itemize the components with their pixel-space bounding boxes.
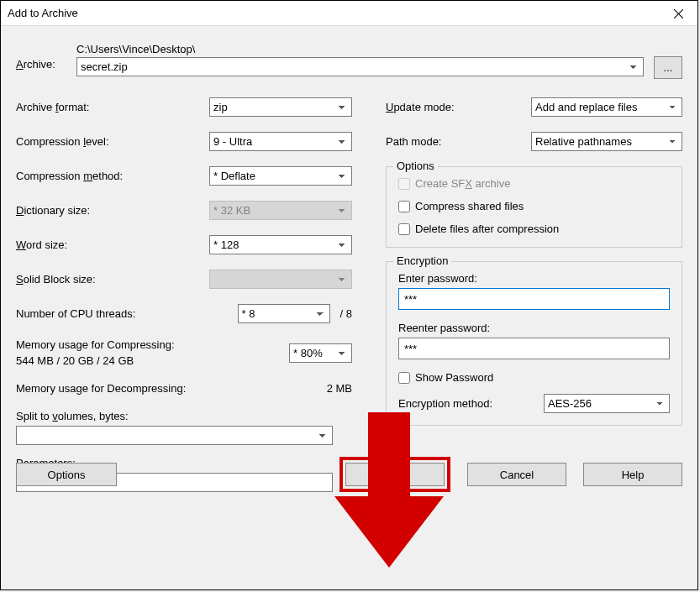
dict-combo: * 32 KB bbox=[209, 201, 352, 220]
threads-total: / 8 bbox=[340, 307, 352, 320]
mem-compress-label: Memory usage for Compressing: bbox=[16, 338, 175, 351]
word-combo[interactable]: * 128 bbox=[209, 235, 352, 254]
method-combo[interactable]: * Deflate bbox=[209, 166, 352, 186]
close-button[interactable] bbox=[660, 1, 697, 26]
cancel-button[interactable]: Cancel bbox=[467, 463, 566, 486]
format-combo[interactable]: zip bbox=[209, 97, 352, 117]
show-password-checkbox[interactable] bbox=[398, 372, 410, 384]
reenter-password-input[interactable] bbox=[398, 338, 670, 359]
delete-checkbox[interactable] bbox=[398, 223, 410, 235]
level-label: Compression level: bbox=[16, 135, 209, 148]
browse-button[interactable]: ... bbox=[654, 56, 682, 79]
solid-label: Solid Block size: bbox=[16, 273, 209, 286]
help-button[interactable]: Help bbox=[583, 463, 682, 486]
format-label: Archive format: bbox=[16, 101, 209, 113]
mem-decompress-label: Memory usage for Decompressing: bbox=[16, 382, 186, 395]
threads-combo[interactable]: * 8 bbox=[238, 304, 330, 323]
update-combo[interactable]: Add and replace files bbox=[531, 97, 682, 117]
split-label: Split to volumes, bytes: bbox=[16, 410, 352, 422]
options-button[interactable]: Options bbox=[16, 463, 117, 486]
close-icon bbox=[674, 9, 683, 18]
ok-button[interactable]: OK bbox=[345, 463, 445, 486]
options-legend: Options bbox=[393, 160, 438, 172]
update-label: Update mode: bbox=[386, 101, 531, 113]
enc-method-label: Encryption method: bbox=[398, 397, 535, 410]
sfx-label: Create SFX archive bbox=[415, 177, 510, 190]
level-combo[interactable]: 9 - Ultra bbox=[209, 132, 352, 151]
archive-path: C:\Users\Vince\Desktop\ bbox=[76, 43, 644, 55]
options-group: Options Create SFX archive Compress shar… bbox=[386, 166, 682, 248]
archive-filename-combo[interactable]: secret.zip bbox=[76, 57, 644, 76]
reenter-password-label: Reenter password: bbox=[398, 322, 670, 334]
path-mode-combo[interactable]: Relative pathnames bbox=[531, 132, 682, 151]
split-combo[interactable] bbox=[16, 426, 333, 445]
encryption-group: Encryption Enter password: Reenter passw… bbox=[386, 261, 682, 426]
enter-password-label: Enter password: bbox=[398, 272, 670, 285]
window-title: Add to Archive bbox=[8, 7, 78, 19]
method-label: Compression method: bbox=[16, 170, 209, 182]
threads-label: Number of CPU threads: bbox=[16, 307, 238, 320]
archive-label: Archive: bbox=[16, 43, 66, 71]
enter-password-input[interactable] bbox=[398, 288, 670, 310]
delete-label: Delete files after compression bbox=[415, 223, 559, 235]
shared-label: Compress shared files bbox=[415, 200, 524, 212]
shared-checkbox[interactable] bbox=[398, 201, 410, 212]
mem-percent-combo[interactable]: * 80% bbox=[289, 343, 352, 363]
word-label: Word size: bbox=[16, 238, 209, 251]
titlebar: Add to Archive bbox=[1, 1, 697, 26]
mem-compress-value: 544 MB / 20 GB / 24 GB bbox=[16, 354, 175, 367]
enc-method-combo[interactable]: AES-256 bbox=[544, 394, 670, 413]
ok-highlight-annotation: OK bbox=[339, 457, 450, 492]
dialog-window: Add to Archive Archive: C:\Users\Vince\D… bbox=[0, 0, 698, 590]
encryption-legend: Encryption bbox=[393, 254, 451, 267]
solid-combo bbox=[209, 270, 352, 289]
dict-label: Dictionary size: bbox=[16, 204, 209, 217]
path-mode-label: Path mode: bbox=[386, 135, 531, 148]
show-password-label: Show Password bbox=[415, 371, 493, 384]
sfx-checkbox bbox=[398, 178, 410, 190]
mem-decompress-value: 2 MB bbox=[327, 382, 352, 395]
